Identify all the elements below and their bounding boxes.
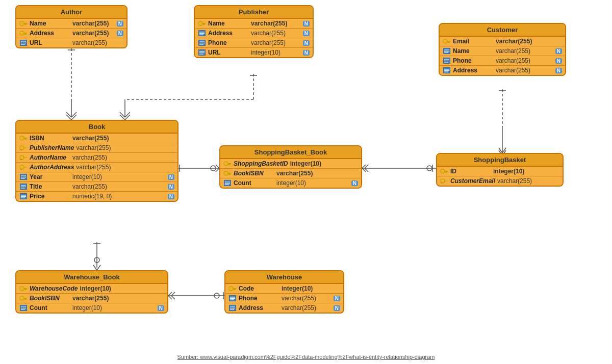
svg-rect-63 xyxy=(202,23,206,24)
table-row-shoppingbasket-1: CustomerEmailvarchar(255) xyxy=(437,176,563,186)
table-author: Author Namevarchar(255)N Addressvarchar(… xyxy=(15,5,128,48)
table-row-shoppingbasket_book-1: BookISBNvarchar(255) xyxy=(220,169,361,178)
table-row-author-0: Namevarchar(255)N xyxy=(16,19,126,29)
svg-rect-141 xyxy=(446,172,447,173)
field-type-book-0: varchar(255) xyxy=(72,135,174,142)
svg-line-2 xyxy=(66,115,71,120)
svg-point-62 xyxy=(199,22,201,24)
svg-rect-65 xyxy=(203,24,204,25)
svg-line-42 xyxy=(168,296,172,299)
table-row-warehouse-0: Codeinteger(10) xyxy=(225,284,343,294)
svg-point-53 xyxy=(21,32,23,34)
svg-rect-133 xyxy=(228,174,230,175)
svg-line-14 xyxy=(125,112,130,117)
field-type-book-4: integer(10) xyxy=(72,173,166,180)
svg-point-96 xyxy=(21,137,23,139)
svg-rect-51 xyxy=(24,24,26,25)
field-type-warehouse-1: varchar(255) xyxy=(282,295,332,302)
svg-line-11 xyxy=(120,115,125,120)
null-badge-customer-3: N xyxy=(555,68,562,73)
svg-line-21 xyxy=(362,165,366,168)
svg-line-32 xyxy=(499,148,502,153)
table-row-warehouse-1: Phonevarchar(255)N xyxy=(225,294,343,303)
field-type-book-2: varchar(255) xyxy=(72,154,174,161)
svg-rect-142 xyxy=(445,172,446,173)
svg-line-12 xyxy=(125,115,130,120)
field-name-shoppingbasket_book-0: ShoppingBasketID xyxy=(234,160,288,167)
svg-point-144 xyxy=(442,180,444,182)
field-icon xyxy=(19,173,28,180)
field-type-customer-3: varchar(255) xyxy=(496,67,553,74)
svg-rect-50 xyxy=(26,24,27,25)
table-shoppingbasket_book: ShoppingBasket_Book ShoppingBasketIDinte… xyxy=(219,145,362,189)
field-name-author-1: Address xyxy=(30,30,70,37)
null-badge-author-0: N xyxy=(117,21,123,27)
table-row-shoppingbasket_book-0: ShoppingBasketIDinteger(10) xyxy=(220,159,361,169)
null-badge-publisher-1: N xyxy=(303,31,310,36)
field-type-customer-0: varchar(255) xyxy=(496,38,562,45)
field-icon xyxy=(19,183,28,190)
svg-point-130 xyxy=(225,172,227,174)
table-row-warehouse_book-0: WarehouseCodeinteger(10) xyxy=(16,284,167,294)
table-header-author: Author xyxy=(16,6,126,19)
svg-line-33 xyxy=(502,148,506,153)
svg-rect-56 xyxy=(24,34,26,35)
table-header-book: Book xyxy=(16,121,177,134)
table-row-shoppingbasket_book-2: Countinteger(10)N xyxy=(220,178,361,188)
svg-line-22 xyxy=(362,168,366,172)
table-row-book-6: Pricenumeric(19, 0)N xyxy=(16,192,177,201)
field-name-shoppingbasket_book-2: Count xyxy=(234,179,274,187)
field-type-warehouse_book-2: integer(10) xyxy=(72,304,156,311)
field-name-book-2: AuthorName xyxy=(30,154,70,161)
table-book: Book ISBNvarchar(255) PublisherNamevarch… xyxy=(15,120,178,202)
table-row-publisher-2: Phonevarchar(255)N xyxy=(195,38,313,48)
key-icon xyxy=(198,20,206,27)
fk-icon xyxy=(19,154,28,161)
svg-rect-102 xyxy=(23,147,27,148)
field-name-publisher-2: Phone xyxy=(208,39,249,46)
null-badge-publisher-0: N xyxy=(303,21,310,27)
field-icon xyxy=(443,47,451,55)
svg-rect-81 xyxy=(449,42,450,43)
field-name-book-1: PublisherName xyxy=(30,144,74,151)
table-row-author-2: URLvarchar(255) xyxy=(16,38,126,47)
field-name-publisher-3: URL xyxy=(208,49,249,56)
null-badge-customer-1: N xyxy=(555,48,562,54)
fk-icon xyxy=(19,144,28,151)
svg-line-43 xyxy=(171,292,175,296)
field-type-author-2: varchar(255) xyxy=(72,39,123,46)
field-type-shoppingbasket_book-1: varchar(255) xyxy=(276,170,358,177)
svg-rect-151 xyxy=(24,289,26,290)
table-row-book-5: Titlevarchar(255)N xyxy=(16,182,177,192)
table-row-customer-3: Addressvarchar(255)N xyxy=(440,66,565,75)
field-type-shoppingbasket_book-0: integer(10) xyxy=(290,160,358,167)
field-type-publisher-1: varchar(255) xyxy=(251,30,301,37)
svg-rect-146 xyxy=(441,183,443,184)
field-type-warehouse_book-1: varchar(255) xyxy=(72,295,164,302)
svg-point-153 xyxy=(21,297,23,299)
table-row-book-0: ISBNvarchar(255) xyxy=(16,134,177,143)
table-row-author-1: Addressvarchar(255)N xyxy=(16,29,126,38)
field-name-book-4: Year xyxy=(30,173,70,180)
table-row-book-4: Yearinteger(10)N xyxy=(16,172,177,182)
table-row-book-1: PublisherNamevarchar(255) xyxy=(16,143,177,153)
svg-rect-164 xyxy=(235,289,236,290)
svg-rect-140 xyxy=(444,171,448,172)
table-header-shoppingbasket_book: ShoppingBasket_Book xyxy=(220,146,361,159)
svg-rect-165 xyxy=(234,289,235,290)
field-icon xyxy=(443,67,451,74)
svg-point-109 xyxy=(21,166,23,168)
svg-rect-127 xyxy=(230,164,231,165)
field-name-shoppingbasket_book-1: BookISBN xyxy=(234,170,274,177)
svg-line-3 xyxy=(71,115,76,120)
null-badge-warehouse_book-2: N xyxy=(158,305,164,311)
null-badge-author-1: N xyxy=(117,31,123,36)
table-row-publisher-3: URLinteger(10)N xyxy=(195,48,313,57)
field-type-publisher-0: varchar(255) xyxy=(251,20,301,27)
svg-rect-111 xyxy=(20,169,22,170)
svg-rect-110 xyxy=(23,167,27,168)
table-row-warehouse_book-2: Countinteger(10)N xyxy=(16,303,167,313)
key-icon xyxy=(19,30,28,37)
field-name-author-2: URL xyxy=(30,39,70,46)
svg-rect-128 xyxy=(228,164,230,165)
